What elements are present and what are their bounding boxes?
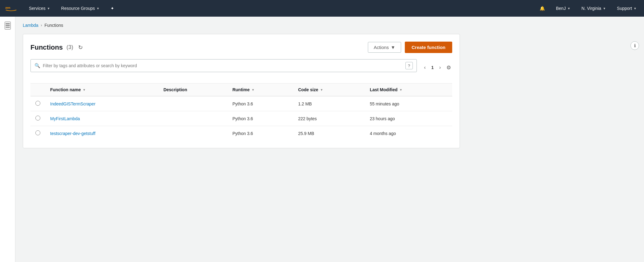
nav-region-label: N. Virginia <box>582 6 601 11</box>
th-description: Description <box>159 84 227 96</box>
th-function-name-sort-icon: ▼ <box>83 88 86 92</box>
main-content: Lambda › Functions Functions (3) ↻ Actio… <box>15 17 644 262</box>
row-fn-name: testscraper-dev-getstuff <box>45 126 159 141</box>
fn-name-link[interactable]: IndeedGISTermScraper <box>50 101 95 106</box>
th-description-label: Description <box>163 87 187 92</box>
th-last-modified-sort-icon: ▼ <box>399 88 402 92</box>
breadcrumb-separator: › <box>41 23 42 27</box>
row-last-modified: 4 months ago <box>365 126 452 141</box>
row-radio-input[interactable] <box>35 101 40 106</box>
th-runtime-sort-icon: ▼ <box>252 88 255 92</box>
breadcrumb-lambda-link[interactable]: Lambda <box>23 23 38 28</box>
row-code-size: 25.9 MB <box>293 126 365 141</box>
fn-name-link[interactable]: testscraper-dev-getstuff <box>50 131 95 136</box>
search-help-button[interactable]: ? <box>405 62 413 69</box>
card-title-area: Functions (3) ↻ <box>30 43 84 52</box>
search-bar: 🔍 ? <box>30 59 417 72</box>
svg-text:aws: aws <box>5 6 10 9</box>
nav-user-label: BenJ <box>556 6 566 11</box>
actions-label: Actions <box>374 45 389 50</box>
fn-name-link[interactable]: MyFirstLambda <box>50 116 80 121</box>
table-row: IndeedGISTermScraper Python 3.6 1.2 MB 5… <box>30 96 452 111</box>
actions-chevron-icon: ▼ <box>391 45 395 50</box>
nav-pin[interactable]: ✦ <box>108 5 117 12</box>
functions-card: Functions (3) ↻ Actions ▼ Create functio… <box>23 34 460 148</box>
breadcrumb: Lambda › Functions <box>23 23 637 28</box>
th-last-modified-label: Last Modified <box>370 87 397 92</box>
table-row: MyFirstLambda Python 3.6 222 bytes 23 ho… <box>30 111 452 126</box>
row-last-modified: 23 hours ago <box>365 111 452 126</box>
card-actions: Actions ▼ Create function <box>368 42 452 53</box>
functions-table: Function name ▼ Description Runtime ▼ <box>30 83 452 141</box>
row-runtime: Python 3.6 <box>227 96 293 111</box>
nav-services[interactable]: Services ▼ <box>26 5 53 12</box>
nav-resource-groups-label: Resource Groups <box>61 6 95 11</box>
search-icon: 🔍 <box>34 63 40 68</box>
nav-support[interactable]: Support ▼ <box>614 5 639 12</box>
prev-page-button[interactable]: ‹ <box>422 63 428 72</box>
table-row: testscraper-dev-getstuff Python 3.6 25.9… <box>30 126 452 141</box>
function-count-badge: (3) <box>66 44 73 51</box>
hamburger-menu-button[interactable]: ☰ <box>5 22 11 30</box>
nav-region[interactable]: N. Virginia ▼ <box>579 5 608 12</box>
settings-icon: ⚙ <box>446 65 451 71</box>
th-code-size-label: Code size <box>298 87 318 92</box>
nav-resource-groups[interactable]: Resource Groups ▼ <box>59 5 102 12</box>
th-runtime-label: Runtime <box>232 87 250 92</box>
actions-dropdown-button[interactable]: Actions ▼ <box>368 42 401 53</box>
row-runtime: Python 3.6 <box>227 111 293 126</box>
row-code-size: 1.2 MB <box>293 96 365 111</box>
nav-support-chevron-icon: ▼ <box>634 7 637 10</box>
th-last-modified[interactable]: Last Modified ▼ <box>365 84 452 96</box>
nav-user-chevron-icon: ▼ <box>567 7 570 10</box>
create-function-button[interactable]: Create function <box>405 42 452 53</box>
row-fn-name: MyFirstLambda <box>45 111 159 126</box>
nav-resource-groups-chevron-icon: ▼ <box>96 7 99 10</box>
aws-logo[interactable]: aws <box>5 4 17 13</box>
breadcrumb-current: Functions <box>45 23 63 28</box>
nav-notifications[interactable]: 🔔 <box>537 5 547 12</box>
card-title: Functions <box>30 43 63 51</box>
nav-user[interactable]: BenJ ▼ <box>553 5 573 12</box>
row-fn-name: IndeedGISTermScraper <box>45 96 159 111</box>
card-header: Functions (3) ↻ Actions ▼ Create functio… <box>30 42 452 53</box>
row-runtime: Python 3.6 <box>227 126 293 141</box>
info-icon[interactable]: ℹ <box>630 41 639 50</box>
sidebar-toggle-panel: ☰ <box>0 17 15 262</box>
top-nav: aws Services ▼ Resource Groups ▼ ✦ 🔔 Ben… <box>0 0 644 17</box>
row-description <box>159 126 227 141</box>
nav-support-label: Support <box>617 6 632 11</box>
next-page-button[interactable]: › <box>437 63 443 72</box>
th-function-name-label: Function name <box>50 87 81 92</box>
row-checkbox-cell[interactable] <box>30 111 45 126</box>
table-header-row: Function name ▼ Description Runtime ▼ <box>30 84 452 96</box>
nav-services-chevron-icon: ▼ <box>47 7 50 10</box>
row-code-size: 222 bytes <box>293 111 365 126</box>
nav-services-label: Services <box>29 6 46 11</box>
nav-region-chevron-icon: ▼ <box>603 7 606 10</box>
row-last-modified: 55 minutes ago <box>365 96 452 111</box>
pin-icon: ✦ <box>111 6 114 11</box>
row-radio-input[interactable] <box>35 116 40 121</box>
th-checkbox <box>30 84 45 96</box>
row-description <box>159 96 227 111</box>
row-checkbox-cell[interactable] <box>30 96 45 111</box>
bell-icon: 🔔 <box>540 6 545 11</box>
refresh-button[interactable]: ↻ <box>77 43 84 52</box>
table-settings-button[interactable]: ⚙ <box>445 63 452 72</box>
search-input[interactable] <box>43 63 405 68</box>
row-radio-input[interactable] <box>35 130 40 135</box>
pagination-toolbar: ‹ 1 › ⚙ <box>422 63 452 75</box>
page-number: 1 <box>430 65 435 70</box>
th-function-name[interactable]: Function name ▼ <box>45 84 159 96</box>
th-code-size[interactable]: Code size ▼ <box>293 84 365 96</box>
th-runtime[interactable]: Runtime ▼ <box>227 84 293 96</box>
search-help-icon: ? <box>408 63 410 68</box>
th-code-size-sort-icon: ▼ <box>320 88 323 92</box>
row-description <box>159 111 227 126</box>
row-checkbox-cell[interactable] <box>30 126 45 141</box>
